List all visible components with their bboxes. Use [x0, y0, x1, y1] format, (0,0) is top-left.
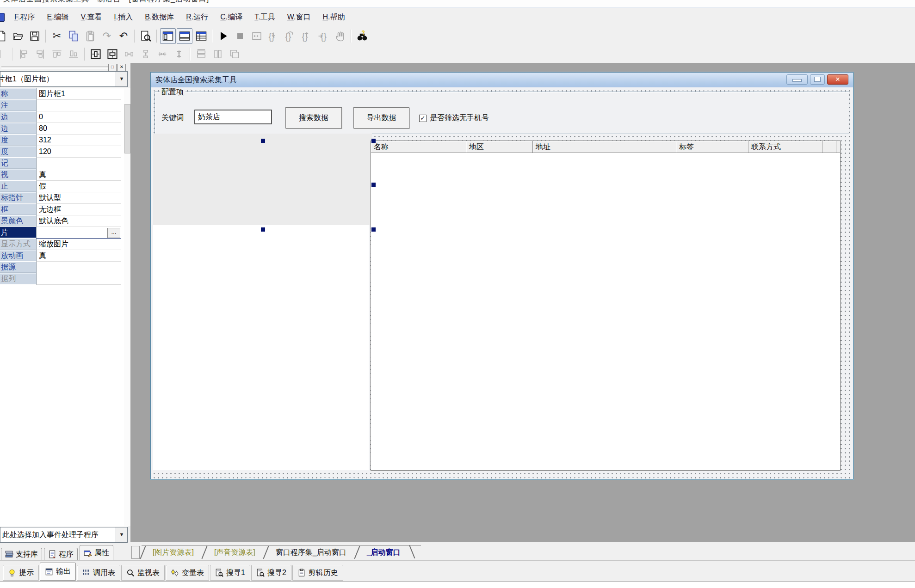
- property-row-2[interactable]: 边0: [0, 111, 128, 123]
- selection-handle[interactable]: [371, 183, 376, 187]
- tab-scroll-stub[interactable]: [131, 546, 140, 559]
- table-column-header-5[interactable]: [822, 141, 836, 153]
- table-column-header-2[interactable]: 地址: [533, 141, 676, 153]
- layout-table-icon[interactable]: [193, 28, 209, 44]
- property-row-10[interactable]: 框无边框: [0, 204, 128, 215]
- center-vertical-icon[interactable]: [105, 46, 120, 62]
- property-value[interactable]: [36, 262, 121, 273]
- menu-item-0[interactable]: F.程序: [8, 11, 41, 24]
- property-row-15[interactable]: 据源: [0, 262, 128, 273]
- menu-item-6[interactable]: C.编译: [214, 11, 248, 24]
- property-value[interactable]: [36, 100, 121, 111]
- output-area[interactable]: [0, 581, 915, 588]
- bottom-tab-搜寻1[interactable]: 搜寻1: [210, 565, 250, 581]
- menu-item-3[interactable]: I.插入: [108, 11, 139, 24]
- bottom-tab-提示[interactable]: 提示: [3, 565, 39, 581]
- preview-box-control[interactable]: [153, 225, 369, 470]
- property-row-1[interactable]: 注: [0, 100, 128, 111]
- menu-item-4[interactable]: B.数据库: [139, 11, 180, 24]
- table-column-header-4[interactable]: 联系方式: [748, 141, 822, 153]
- view-find-icon[interactable]: [138, 28, 154, 44]
- result-table-control[interactable]: 名称地区地址标签联系方式: [371, 141, 841, 471]
- property-row-14[interactable]: 放动画真: [0, 250, 128, 262]
- property-row-13[interactable]: 显示方式缩放图片: [0, 239, 128, 250]
- chevron-down-icon[interactable]: ▼: [116, 72, 127, 86]
- table-column-header-0[interactable]: 名称: [371, 141, 466, 153]
- property-row-16[interactable]: 据列: [0, 273, 128, 285]
- panel-tab-支持库[interactable]: 支持库: [1, 548, 42, 560]
- scrollbar-thumb[interactable]: [124, 104, 130, 153]
- property-row-11[interactable]: 景颜色默认底色: [0, 215, 128, 227]
- panel-tab-程序[interactable]: 程序: [44, 548, 78, 560]
- property-row-3[interactable]: 边80: [0, 123, 128, 135]
- close-button[interactable]: ✕: [827, 74, 848, 85]
- panel-grip[interactable]: [1, 67, 108, 69]
- copy-icon[interactable]: [66, 28, 81, 44]
- center-horizontal-icon[interactable]: [88, 46, 104, 62]
- chevron-down-icon[interactable]: ▼: [116, 527, 127, 542]
- layout-bottom-icon[interactable]: [177, 28, 192, 44]
- picture-box-control[interactable]: [153, 134, 372, 225]
- property-row-8[interactable]: 止假: [0, 181, 128, 192]
- find-command-icon[interactable]: ?: [354, 28, 370, 44]
- minimize-button[interactable]: [786, 74, 808, 85]
- property-value[interactable]: 缩放图片: [36, 239, 121, 250]
- bottom-tab-变量表[interactable]: 变量表: [166, 565, 209, 581]
- menu-item-8[interactable]: W.窗口: [281, 11, 317, 24]
- property-row-4[interactable]: 度312: [0, 135, 128, 146]
- property-row-5[interactable]: 度120: [0, 146, 128, 158]
- designer-tab-0[interactable]: [图片资源表]: [142, 546, 203, 559]
- form-titlebar[interactable]: 实体店全国搜索采集工具 ✕: [151, 73, 853, 88]
- designer-tab-2[interactable]: 窗口程序集_启动窗口: [265, 546, 356, 559]
- selection-handle[interactable]: [371, 227, 376, 232]
- menu-item-2[interactable]: V.查看: [75, 11, 108, 24]
- menu-item-9[interactable]: H.帮助: [316, 11, 351, 24]
- save-icon[interactable]: [27, 28, 43, 44]
- designer-tab-3[interactable]: _启动窗口: [356, 546, 410, 559]
- property-value[interactable]: 真: [36, 250, 121, 262]
- property-value[interactable]: 0: [36, 111, 121, 123]
- bottom-tab-输出[interactable]: 输出: [40, 563, 76, 581]
- property-value[interactable]: 真: [36, 169, 121, 181]
- bottom-tab-剪辑历史[interactable]: 剪辑历史: [292, 565, 343, 581]
- property-value[interactable]: 80: [36, 123, 121, 135]
- open-icon[interactable]: [10, 28, 26, 44]
- search-data-button[interactable]: 搜索数据: [285, 107, 342, 129]
- property-value[interactable]: [36, 273, 121, 285]
- cut-icon[interactable]: ✂: [49, 28, 65, 44]
- maximize-button[interactable]: [810, 74, 825, 85]
- panel-close-icon[interactable]: ✕: [117, 64, 126, 71]
- property-row-9[interactable]: 标指针默认型: [0, 192, 128, 204]
- property-value[interactable]: 120: [36, 146, 121, 158]
- bottom-tab-搜寻2[interactable]: 搜寻2: [251, 565, 291, 581]
- designed-form-window[interactable]: 实体店全国搜索采集工具 ✕ 配置项 关键词 奶茶店 搜索数据 导出数据 ✓ 是否…: [150, 72, 853, 479]
- table-column-header-1[interactable]: 地区: [466, 141, 533, 153]
- property-value[interactable]: 312: [36, 135, 121, 146]
- menu-item-7[interactable]: T.工具: [248, 11, 281, 24]
- layout-left-icon[interactable]: [160, 28, 176, 44]
- form-client-area[interactable]: 配置项 关键词 奶茶店 搜索数据 导出数据 ✓ 是否筛选无手机号 名称地区地址标…: [151, 87, 853, 479]
- undo-icon[interactable]: ↶: [116, 28, 131, 44]
- property-value[interactable]: 图片框1: [36, 88, 121, 100]
- keyword-input[interactable]: 奶茶店: [194, 110, 272, 124]
- event-handler-combo[interactable]: 此处选择加入事件处理子程序 ▼: [0, 527, 128, 543]
- panel-maximize-icon[interactable]: □: [108, 64, 117, 71]
- ellipsis-button[interactable]: ...: [107, 228, 120, 238]
- selection-handle[interactable]: [371, 139, 376, 143]
- property-value[interactable]: 假: [36, 181, 121, 192]
- table-column-header-3[interactable]: 标签: [676, 141, 748, 153]
- property-row-6[interactable]: 记: [0, 158, 128, 169]
- bottom-tab-监视表[interactable]: 监视表: [121, 565, 165, 581]
- property-value[interactable]: [36, 158, 121, 169]
- filter-checkbox[interactable]: ✓: [419, 115, 427, 122]
- property-value[interactable]: 默认型: [36, 192, 121, 204]
- run-icon[interactable]: [216, 28, 231, 44]
- menu-item-5[interactable]: R.运行: [180, 11, 214, 24]
- designer-tab-1[interactable]: [声音资源表]: [203, 546, 265, 559]
- property-value[interactable]: 默认底色: [36, 215, 121, 227]
- selection-handle[interactable]: [261, 139, 265, 143]
- bottom-tab-调用表[interactable]: 调用表: [77, 565, 120, 581]
- object-selector-combo[interactable]: 片框1（图片框） ▼: [0, 71, 128, 87]
- menu-item-1[interactable]: E.编辑: [41, 11, 74, 24]
- property-grid-scrollbar[interactable]: [124, 88, 130, 526]
